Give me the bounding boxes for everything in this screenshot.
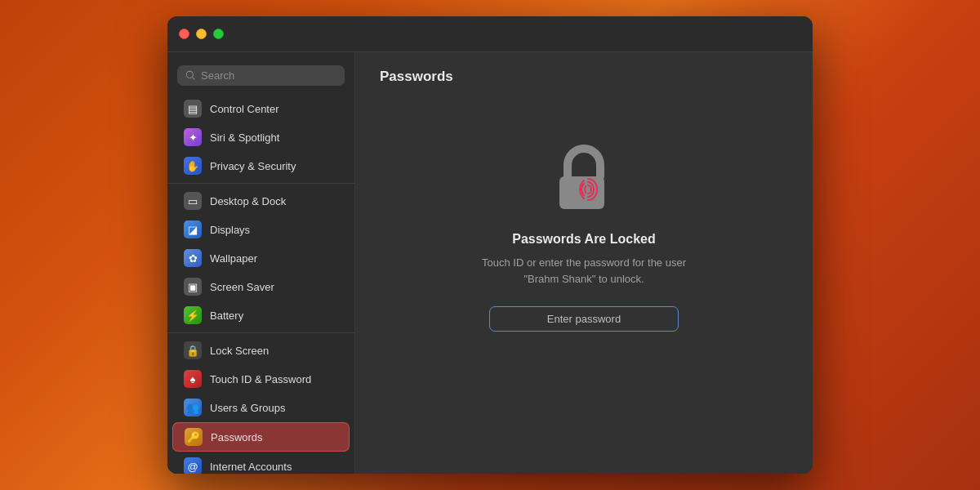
- internet-accounts-icon: @: [184, 457, 202, 474]
- lock-screen-icon: 🔒: [184, 341, 202, 359]
- maximize-button[interactable]: [213, 29, 224, 39]
- control-center-icon: ▤: [184, 100, 202, 118]
- privacy-security-icon: ✋: [184, 157, 202, 175]
- sidebar-items-list: ▤Control Center✦Siri & Spotlight✋Privacy…: [167, 94, 354, 474]
- passwords-icon: 🔑: [185, 428, 203, 446]
- search-placeholder: Search: [201, 69, 234, 82]
- close-button[interactable]: [179, 29, 189, 39]
- sidebar-item-siri-spotlight[interactable]: ✦Siri & Spotlight: [172, 123, 350, 151]
- sidebar-item-touch-id-password[interactable]: ♠Touch ID & Password: [172, 365, 350, 393]
- users-groups-icon: 👥: [184, 399, 202, 416]
- sidebar-item-desktop-dock[interactable]: ▭Desktop & Dock: [172, 187, 350, 215]
- sidebar: Search ▤Control Center✦Siri & Spotlight✋…: [167, 52, 355, 474]
- sidebar-item-users-groups[interactable]: 👥Users & Groups: [172, 394, 350, 421]
- sidebar-item-label-internet-accounts: Internet Accounts: [210, 461, 292, 473]
- sidebar-item-wallpaper[interactable]: ✿Wallpaper: [172, 244, 350, 272]
- sidebar-item-label-touch-id-password: Touch ID & Password: [210, 373, 311, 385]
- sidebar-item-label-desktop-dock: Desktop & Dock: [210, 195, 286, 207]
- sidebar-item-displays[interactable]: ◪Displays: [172, 216, 350, 243]
- desktop-dock-icon: ▭: [184, 192, 202, 210]
- sidebar-item-control-center[interactable]: ▤Control Center: [172, 95, 350, 122]
- sidebar-item-label-wallpaper: Wallpaper: [210, 252, 257, 265]
- window-content: Search ▤Control Center✦Siri & Spotlight✋…: [167, 52, 813, 474]
- sidebar-item-lock-screen[interactable]: 🔒Lock Screen: [172, 336, 350, 364]
- locked-description: Touch ID or enter the password for the u…: [470, 255, 698, 287]
- sidebar-item-privacy-security[interactable]: ✋Privacy & Security: [172, 152, 350, 180]
- battery-icon: ⚡: [184, 306, 202, 324]
- sidebar-item-label-battery: Battery: [210, 310, 243, 322]
- traffic-lights: [179, 29, 224, 39]
- sidebar-item-passwords[interactable]: 🔑Passwords: [172, 422, 350, 452]
- screen-saver-icon: ▣: [184, 278, 202, 296]
- search-box[interactable]: Search: [177, 65, 345, 86]
- page-title: Passwords: [380, 69, 453, 85]
- sidebar-divider: [167, 183, 354, 184]
- enter-password-button[interactable]: Enter password: [489, 306, 679, 332]
- sidebar-item-label-control-center: Control Center: [210, 103, 279, 115]
- touch-id-password-icon: ♠: [184, 370, 202, 388]
- wallpaper-icon: ✿: [184, 249, 202, 267]
- sidebar-item-internet-accounts[interactable]: @Internet Accounts: [172, 452, 350, 474]
- lock-icon-container: [547, 142, 621, 216]
- main-content: Passwords: [355, 52, 813, 474]
- app-window: Search ▤Control Center✦Siri & Spotlight✋…: [167, 16, 813, 474]
- sidebar-item-label-siri-spotlight: Siri & Spotlight: [210, 131, 279, 144]
- sidebar-item-screen-saver[interactable]: ▣Screen Saver: [172, 273, 350, 301]
- titlebar: [167, 16, 813, 52]
- sidebar-item-label-users-groups: Users & Groups: [210, 402, 285, 414]
- locked-title: Passwords Are Locked: [512, 232, 655, 247]
- lock-icon: [547, 142, 621, 216]
- sidebar-item-label-privacy-security: Privacy & Security: [210, 160, 296, 172]
- sidebar-item-battery[interactable]: ⚡Battery: [172, 301, 350, 329]
- sidebar-divider: [167, 332, 354, 333]
- sidebar-item-label-passwords: Passwords: [211, 431, 263, 443]
- search-container: Search: [167, 60, 354, 94]
- sidebar-item-label-displays: Displays: [210, 224, 250, 236]
- siri-spotlight-icon: ✦: [184, 128, 202, 146]
- lock-visual: Passwords Are Locked Touch ID or enter t…: [470, 142, 698, 332]
- sidebar-item-label-screen-saver: Screen Saver: [210, 281, 274, 293]
- minimize-button[interactable]: [196, 29, 207, 39]
- sidebar-item-label-lock-screen: Lock Screen: [210, 345, 269, 357]
- displays-icon: ◪: [184, 220, 202, 238]
- search-icon: [185, 70, 196, 81]
